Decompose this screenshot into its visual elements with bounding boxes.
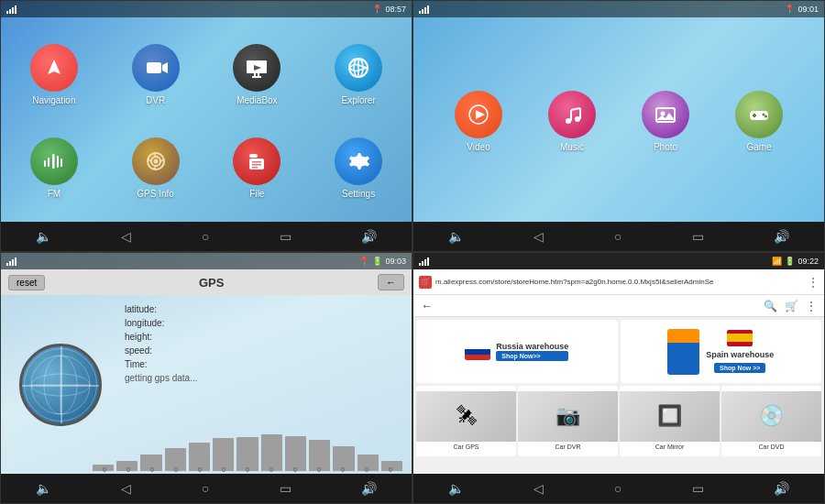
svg-rect-11 [52, 154, 55, 169]
globe-ring [24, 348, 97, 422]
svg-point-33 [661, 112, 666, 116]
svg-line-31 [571, 108, 580, 110]
browser-more-icon[interactable]: ⋮ [806, 300, 817, 312]
longitude-label: longitude: [125, 318, 164, 328]
app-settings[interactable]: Settings [310, 124, 407, 213]
product-gps[interactable]: 🛰 Car GPS [416, 386, 516, 456]
file-icon [233, 137, 280, 185]
status-bar-1: 📍 08:57 [1, 1, 412, 17]
volume-up-icon-2[interactable]: 🔊 [774, 229, 789, 244]
browser-menu-icon[interactable]: ⋮ [808, 276, 819, 289]
photo-label: Photo [654, 142, 677, 152]
browser-toolbar: ← 🔍 🛒 ⋮ [413, 295, 824, 317]
back-icon-4[interactable]: ◁ [534, 481, 544, 496]
location-icon-3: 📍 [359, 257, 369, 266]
volume-down-icon-2[interactable]: 🔈 [448, 229, 464, 244]
status-right-1: 📍 08:57 [372, 5, 406, 14]
volume-up-icon-4[interactable]: 🔊 [774, 481, 789, 496]
explorer-label: Explorer [342, 95, 376, 105]
russia-flag [465, 344, 490, 360]
media-app-grid: Video Music Ph [413, 21, 824, 222]
product-dvr[interactable]: 📷 Car DVR [518, 386, 618, 456]
recent-icon-3[interactable]: ▭ [280, 481, 292, 496]
back-icon-1[interactable]: ◁ [121, 229, 131, 244]
recent-icon-2[interactable]: ▭ [692, 229, 704, 244]
music-icon [548, 91, 596, 138]
status-left-1 [6, 5, 16, 14]
browser-content: Russia warehouse Shop Now>> Spain wareho… [413, 317, 824, 474]
app-file[interactable]: File [209, 124, 306, 213]
fm-icon [30, 137, 78, 185]
back-icon-2[interactable]: ◁ [534, 229, 544, 244]
product-mirror-label: Car Mirror [654, 442, 687, 452]
volume-down-icon-4[interactable]: 🔈 [448, 481, 464, 496]
home-icon-2[interactable]: ○ [614, 229, 622, 244]
gps-title: GPS [199, 276, 224, 290]
product-mirror[interactable]: 🔲 Car Mirror [620, 386, 720, 456]
spain-warehouse-banner[interactable]: Spain warehouse Shop Now >> [621, 320, 822, 383]
app-dvr[interactable]: DVR [107, 30, 204, 119]
volume-up-icon-3[interactable]: 🔊 [361, 481, 377, 496]
gps-bar-label-5: 0 [222, 466, 226, 473]
browser-action-icons: 🔍 🛒 ⋮ [764, 300, 817, 312]
gps-status-text: getting gps data... [125, 373, 407, 383]
gps-bar-label-9: 0 [317, 466, 321, 473]
home-icon-1[interactable]: ○ [202, 229, 209, 244]
gps-longitude-row: longitude: [125, 318, 407, 328]
browser-cart-icon[interactable]: 🛒 [785, 300, 798, 312]
volume-up-icon-1[interactable]: 🔊 [361, 229, 377, 244]
app-photo[interactable]: Photo [642, 91, 689, 152]
spain-shop-btn[interactable]: Shop Now >> [714, 363, 765, 373]
svg-rect-15 [60, 159, 62, 167]
clock-4: 09:22 [798, 257, 819, 266]
video-icon [455, 91, 502, 138]
volume-down-icon-1[interactable]: 🔈 [36, 229, 51, 244]
wifi-icon-4: 📶 [772, 257, 782, 266]
russia-title: Russia warehouse [496, 342, 568, 351]
home-icon-3[interactable]: ○ [202, 481, 209, 496]
product-dvd[interactable]: 💿 Car DVD [721, 386, 821, 456]
settings-icon [335, 137, 382, 185]
browser-back-button[interactable]: ← [421, 299, 433, 312]
back-icon-3[interactable]: ◁ [121, 481, 131, 496]
gps-signal-bar-7 [261, 434, 282, 471]
volume-down-icon-3[interactable]: 🔈 [36, 481, 51, 496]
gps-reset-button[interactable]: reset [8, 275, 45, 290]
gpsinfo-icon [132, 137, 180, 185]
gps-globe [19, 344, 102, 426]
status-right-4: 📶 🔋 09:22 [772, 257, 819, 266]
russia-warehouse-banner[interactable]: Russia warehouse Shop Now>> [416, 320, 618, 383]
russia-shop-btn[interactable]: Shop Now>> [496, 351, 568, 361]
person-img [667, 329, 699, 375]
gps-back-button[interactable]: ← [378, 274, 404, 290]
status-bar-2: 📍 09:01 [413, 1, 824, 17]
signal-2 [419, 5, 429, 14]
app-explorer[interactable]: Explorer [310, 30, 407, 119]
nav-bar-3: 🔈 ◁ ○ ▭ 🔊 [1, 474, 412, 503]
svg-marker-26 [476, 110, 485, 119]
gps-bar-label-8: 0 [293, 466, 297, 473]
app-fm[interactable]: FM [6, 124, 103, 213]
signal-3 [6, 257, 16, 266]
product-dvd-label: Car DVD [756, 442, 786, 452]
app-game[interactable]: Game [735, 91, 783, 152]
recent-icon-1[interactable]: ▭ [280, 229, 292, 244]
recent-icon-4[interactable]: ▭ [692, 481, 704, 496]
browser-search-icon[interactable]: 🔍 [764, 300, 777, 312]
app-mediabox[interactable]: MediaBox [209, 30, 306, 119]
app-video[interactable]: Video [455, 91, 502, 152]
mediabox-icon [233, 44, 280, 92]
nav-bar-4: 🔈 ◁ ○ ▭ 🔊 [413, 474, 824, 503]
banner-row: Russia warehouse Shop Now>> Spain wareho… [413, 317, 824, 386]
gps-bar-label-4: 0 [198, 466, 202, 473]
navigation-icon [30, 44, 78, 92]
home-icon-4[interactable]: ○ [614, 481, 622, 496]
app-navigation[interactable]: Navigation [6, 30, 103, 119]
app-gpsinfo[interactable]: GPS Info [107, 124, 204, 213]
fm-label: FM [48, 189, 60, 199]
gps-bar-label-1: 0 [126, 466, 130, 473]
product-dvd-img: 💿 [721, 391, 821, 442]
app-music[interactable]: Music [548, 91, 596, 152]
svg-rect-13 [57, 156, 59, 168]
mediabox-label: MediaBox [236, 95, 277, 105]
